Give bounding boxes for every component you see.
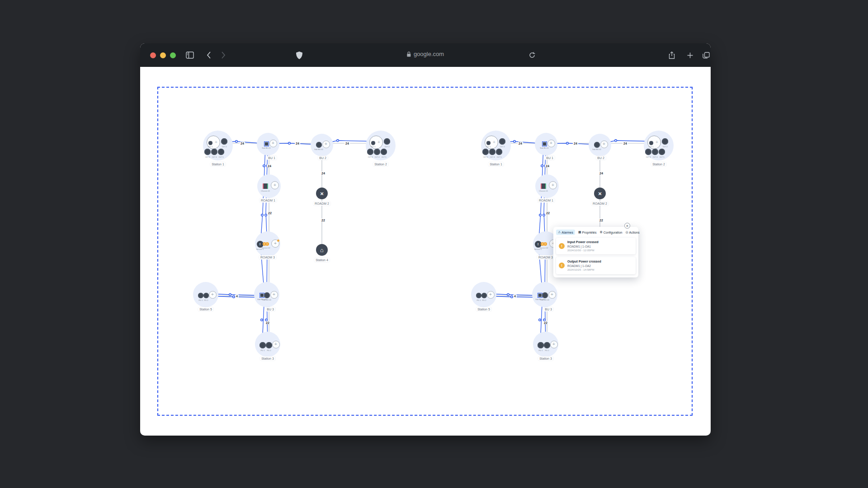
device-sub-label: OLT 3 [646, 156, 651, 158]
device-sub-label: OLT 2 [500, 145, 505, 148]
add-node-button[interactable]: + [600, 141, 608, 148]
add-node-button[interactable]: + [377, 140, 381, 144]
add-node-button[interactable]: + [209, 291, 217, 299]
add-node-button[interactable]: + [547, 140, 555, 147]
branching-unit-node[interactable] [259, 293, 264, 298]
edge-weight-label: 22 [265, 321, 270, 324]
device-node[interactable] [476, 293, 481, 298]
device-node[interactable] [662, 138, 668, 145]
add-node-button[interactable]: + [548, 291, 556, 299]
branching-unit-node[interactable] [264, 141, 269, 146]
edge-weight-label: 24 [240, 142, 245, 145]
warning-badge-icon[interactable]: !! [263, 242, 269, 246]
add-node-button[interactable]: + [493, 140, 496, 144]
device-node[interactable] [198, 293, 203, 298]
station-1-label: Station 1 [488, 162, 504, 166]
station-4-label: Station 4 [314, 258, 330, 262]
device-sub-label: PD 2 [267, 349, 271, 352]
roadm-collapsed-node[interactable]: × [594, 188, 606, 199]
device-node[interactable] [203, 293, 209, 298]
edge-weight-label: 22 [267, 211, 273, 215]
edge-weight-label: 22 [321, 219, 326, 222]
device-sub-label: PD 2 [545, 349, 549, 352]
bu-1-label: BU 1 [545, 156, 555, 160]
add-node-button[interactable]: + [270, 291, 278, 299]
chassis-node[interactable] [263, 183, 268, 189]
device-sub-label: Service 02 [262, 247, 270, 249]
device-sub-label: OLT 5 [660, 156, 665, 158]
edge-weight-label: 24 [573, 142, 578, 145]
bu-3-label: BU 3 [543, 307, 553, 311]
device-node[interactable] [208, 141, 212, 145]
device-sub-label: Sub BU-01 [262, 147, 271, 149]
close-icon[interactable]: × [624, 223, 630, 229]
device-node[interactable] [211, 149, 217, 155]
device-node[interactable] [594, 142, 600, 148]
device-node[interactable] [496, 149, 502, 155]
add-node-button[interactable]: + [487, 291, 495, 299]
edge-weight-label: 24 [267, 164, 272, 168]
add-node-button[interactable]: + [271, 181, 279, 189]
device-node[interactable] [204, 149, 211, 155]
device-sub-label: OLT 2 [385, 145, 390, 148]
roadm-collapsed-node[interactable]: × [316, 188, 328, 199]
branching-unit-node[interactable] [542, 141, 547, 146]
tab-configuration[interactable]: ⚙ Configuration [600, 230, 623, 234]
edge-weight-label: 24 [518, 142, 523, 145]
device-sub-label: PD 1 [261, 349, 265, 352]
device-node[interactable] [381, 149, 387, 155]
device-node[interactable] [367, 149, 373, 155]
tab-alarmes[interactable]: ⚠ Alarmes [556, 230, 575, 235]
station-collapsed-node[interactable]: ⌂ [316, 244, 328, 256]
add-node-button[interactable]: + [271, 239, 279, 248]
add-node-button[interactable]: + [272, 341, 280, 348]
device-node[interactable] [499, 138, 505, 145]
chassis-node[interactable] [541, 183, 546, 189]
tab-label: Alarmes [561, 231, 573, 234]
device-node[interactable] [649, 141, 653, 145]
add-node-button[interactable]: + [550, 341, 558, 348]
add-node-button[interactable]: + [322, 141, 330, 148]
device-node[interactable] [652, 149, 658, 155]
device-node[interactable] [374, 149, 380, 155]
add-node-button[interactable]: + [656, 140, 659, 144]
station-5-label: Station 5 [476, 307, 491, 311]
device-sub-label: OLT 1 [208, 145, 213, 148]
device-node[interactable] [259, 342, 266, 348]
branching-unit-node[interactable] [538, 293, 542, 298]
device-node[interactable] [645, 149, 651, 155]
alarm-row[interactable]: ! Output Power crossed ROADM1 | 1-OA2 20… [556, 257, 636, 274]
tab-label: Actions [629, 231, 640, 234]
device-node[interactable] [542, 292, 548, 298]
device-sub-label: PD 1 [477, 299, 481, 301]
device-node[interactable] [384, 138, 390, 145]
alarm-title: Output Power crossed [567, 259, 601, 264]
device-node[interactable] [486, 141, 491, 145]
device-node[interactable] [481, 293, 487, 298]
add-node-button[interactable]: + [269, 140, 277, 147]
device-node[interactable] [266, 342, 272, 348]
device-sub-label: OLT 3 [483, 156, 488, 158]
station-2-label: Station 2 [373, 162, 388, 166]
device-node[interactable] [316, 142, 322, 148]
alarm-row[interactable]: ! Input Power crossed ROADM1 | 1-OA1 202… [556, 238, 636, 254]
tab-proprietes[interactable]: ▦ Propriétés [578, 230, 597, 234]
device-node[interactable] [264, 292, 270, 298]
device-sub-label: OLT 2 [222, 145, 227, 148]
warning-badge-icon[interactable]: !! [541, 242, 547, 246]
tab-actions[interactable]: ◎ Actions [625, 230, 639, 234]
device-node[interactable] [482, 149, 489, 155]
add-node-button[interactable]: + [215, 140, 218, 144]
device-node[interactable] [659, 149, 665, 155]
device-node[interactable] [218, 149, 224, 155]
device-node[interactable] [221, 138, 227, 145]
device-sub-label: OLT 5 [219, 156, 224, 158]
target-icon: ◎ [625, 230, 628, 234]
station-2-label: Station 2 [651, 162, 666, 166]
device-node[interactable] [371, 141, 375, 145]
device-node[interactable] [538, 342, 544, 348]
device-node[interactable] [544, 342, 550, 348]
alarm-badge-icon: ! [559, 243, 565, 249]
add-node-button[interactable]: + [549, 181, 557, 189]
device-node[interactable] [489, 149, 495, 155]
